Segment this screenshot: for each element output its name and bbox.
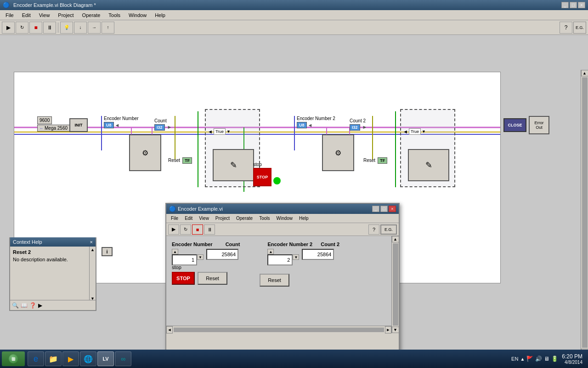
- run-button[interactable]: ▶: [2, 22, 15, 34]
- help-button[interactable]: ?: [560, 22, 572, 34]
- fp-hscroll-left[interactable]: ◄: [166, 326, 173, 334]
- network-icon: 🖥: [544, 356, 549, 362]
- count2-display[interactable]: [302, 249, 334, 260]
- taskbar-chrome[interactable]: 🌐: [80, 351, 96, 366]
- menu-help[interactable]: Help: [151, 12, 169, 19]
- fp-run-button[interactable]: ▶: [168, 224, 179, 235]
- menu-file[interactable]: File: [2, 12, 17, 19]
- fp-menu-file[interactable]: File: [168, 215, 181, 221]
- fp-icon: 🔵: [169, 206, 176, 212]
- context-help-scrollbar[interactable]: ▲ ▼: [89, 247, 96, 302]
- menu-edit[interactable]: Edit: [18, 12, 34, 19]
- encoder-num2-up[interactable]: ▲: [267, 249, 274, 254]
- ch-expand-icon[interactable]: ▶: [38, 302, 42, 309]
- fp-menu-window[interactable]: Window: [273, 215, 295, 221]
- fp-run-cont-button[interactable]: ↻: [180, 224, 191, 235]
- count1-label: Count: [154, 118, 172, 123]
- taskbar-ie[interactable]: e: [28, 351, 44, 366]
- fp-menu-edit[interactable]: Edit: [182, 215, 195, 221]
- reset2-tf: TF: [378, 157, 387, 164]
- fp-reset-button[interactable]: Reset: [198, 272, 227, 285]
- fp-toolbar: ▶ ↻ ■ ⏸ ? E.G.: [166, 223, 399, 236]
- clock-time: 6:20 PM: [562, 353, 582, 360]
- fp-maximize-button[interactable]: □: [380, 206, 388, 212]
- maximize-button[interactable]: □: [570, 2, 577, 8]
- encoder1-label: Encoder Number: [104, 116, 139, 121]
- step-out-button[interactable]: ↑: [102, 22, 114, 34]
- fp-title-bar: 🔵 Encoder Example.vi _ □ ×: [166, 204, 399, 214]
- menu-project[interactable]: Project: [54, 12, 77, 19]
- main-vertical-scrollbar[interactable]: ▲ ▼: [581, 70, 588, 355]
- context-help-footer: 🔍 📖 ❓ ▶: [10, 300, 96, 310]
- notify-arrow: ▲: [520, 356, 525, 362]
- fp-eg-button[interactable]: E.G.: [380, 224, 397, 235]
- ch-book-icon[interactable]: 📖: [21, 302, 28, 309]
- fp-pause-button[interactable]: ⏸: [204, 224, 215, 235]
- encoder-number-label: Encoder Number: [172, 242, 213, 247]
- scroll-up-btn[interactable]: ▲: [581, 70, 588, 76]
- encoder2-label: Encoder Number 2: [297, 116, 335, 121]
- fp-menu-tools[interactable]: Tools: [256, 215, 272, 221]
- taskbar-labview[interactable]: LV: [97, 351, 114, 366]
- taskbar-arduino[interactable]: ∞: [115, 351, 131, 366]
- context-help-body: Reset 2 No description available.: [10, 247, 96, 265]
- encoder-num-down[interactable]: ▼: [197, 254, 204, 260]
- fp-scroll-down[interactable]: ▼: [392, 327, 399, 333]
- ch-search-icon[interactable]: 🔍: [12, 302, 19, 309]
- count-label: Count: [226, 242, 240, 247]
- menu-operate[interactable]: Operate: [79, 12, 104, 19]
- encoder-number2-label: Encoder Number 2: [267, 242, 312, 247]
- encoder-number-input[interactable]: [172, 254, 197, 265]
- fp-abort-button[interactable]: ■: [192, 224, 203, 235]
- encoder2-u8: U8: [297, 122, 307, 128]
- context-help-close[interactable]: ×: [90, 239, 93, 245]
- close-block: CLOSE: [503, 118, 526, 132]
- taskbar-explorer[interactable]: 📁: [45, 351, 62, 366]
- encoder-num-up[interactable]: ▲: [172, 249, 178, 254]
- taskbar-clock: 6:20 PM 4/8/2014: [562, 353, 582, 365]
- fp-menu-operate[interactable]: Operate: [233, 215, 255, 221]
- count-display[interactable]: [206, 249, 238, 260]
- menu-tools[interactable]: Tools: [105, 12, 124, 19]
- taskbar-apps: e 📁 ▶ 🌐 LV ∞: [28, 351, 131, 366]
- fp-scroll-up[interactable]: ▲: [392, 236, 399, 242]
- fp-help-button[interactable]: ?: [368, 224, 379, 235]
- highlight-button[interactable]: 💡: [60, 22, 73, 34]
- encoder-num2-down[interactable]: ▼: [293, 254, 299, 260]
- ch-question-icon[interactable]: ❓: [29, 302, 36, 309]
- eg-button[interactable]: E.G.: [573, 22, 586, 34]
- fp-menu-project[interactable]: Project: [213, 215, 232, 221]
- diagram-canvas: INIT 9600 ← Mega 2560 Encoder Number U8: [0, 35, 588, 365]
- main-title-bar: 🔵 Encoder Example.vi Block Diagram * _ □…: [0, 0, 588, 10]
- minimize-button[interactable]: _: [561, 2, 569, 8]
- abort-button[interactable]: ■: [29, 22, 42, 34]
- fp-horizontal-scrollbar[interactable]: ◄ ►: [166, 326, 391, 333]
- encoder-number2-input[interactable]: [267, 254, 293, 265]
- fp-vertical-scrollbar[interactable]: ▲ ▼: [391, 236, 399, 333]
- clock-date: 4/8/2014: [562, 360, 582, 365]
- fp-hscroll-right[interactable]: ►: [385, 326, 391, 334]
- start-button[interactable]: ⊞: [2, 351, 25, 366]
- step-into-button[interactable]: ↓: [74, 22, 87, 34]
- fp-menu-help[interactable]: Help: [296, 215, 311, 221]
- taskbar-media[interactable]: ▶: [62, 351, 79, 366]
- green-led: [273, 177, 281, 184]
- fp-reset2-button[interactable]: Reset: [260, 274, 289, 287]
- menu-view[interactable]: View: [35, 12, 54, 19]
- encoder1-true-block: ◄ True ▼ ✎: [205, 109, 260, 187]
- reset1-tf: TF: [182, 157, 192, 164]
- fp-close-button[interactable]: ×: [389, 206, 396, 212]
- encoder1-group: Encoder Number U8 ◄: [104, 116, 139, 128]
- flag-icon: 🚩: [526, 356, 533, 362]
- stop-diagram-label: stop: [253, 162, 281, 167]
- menu-window[interactable]: Window: [125, 12, 150, 19]
- run-cont-button[interactable]: ↻: [16, 22, 28, 34]
- close-button[interactable]: ×: [578, 2, 585, 8]
- pause-button[interactable]: ⏸: [43, 22, 56, 34]
- encoder2-true-block: ◄ True ▼ ✎: [400, 109, 455, 187]
- fp-stop-button[interactable]: STOP: [172, 272, 195, 285]
- fp-menu-view[interactable]: View: [196, 215, 212, 221]
- main-title: Encoder Example.vi Block Diagram *: [13, 2, 96, 8]
- fp-minimize-button[interactable]: _: [372, 206, 379, 212]
- step-over-button[interactable]: →: [88, 22, 101, 34]
